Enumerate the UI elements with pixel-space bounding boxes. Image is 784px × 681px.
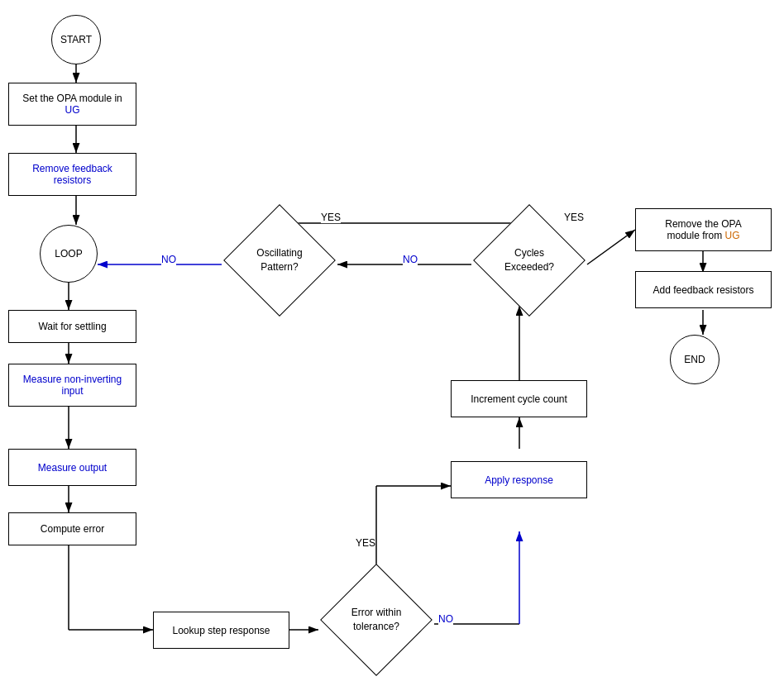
lookup-node: Lookup step response [153,612,289,649]
start-label: START [60,34,92,45]
lookup-label: Lookup step response [172,625,270,636]
set-opa-node: Set the OPA module in UG [8,83,136,126]
set-opa-label: Set the OPA module in UG [16,93,129,116]
remove-fb-label: Remove feedbackresistors [32,163,112,186]
no2-label: NO [403,254,418,265]
remove-opa-node: Remove the OPAmodule from UG [635,208,772,251]
error-tol-label: Error withintolerance? [351,607,402,632]
svg-line-18 [587,230,635,264]
yes1-label: YES [321,212,341,223]
add-fb-node: Add feedback resistors [635,271,772,308]
measure-out-node: Measure output [8,449,136,486]
wait-label: Wait for settling [38,321,106,332]
osc-label: OscillatingPattern? [256,247,302,273]
flowchart-canvas: START Set the OPA module in UG Remove fe… [0,0,784,681]
no1-label: NO [161,254,176,265]
end-label: END [684,354,705,365]
remove-opa-label: Remove the OPAmodule from UG [665,218,741,241]
osc-pattern-node: OscillatingPattern? [222,219,337,302]
yes2-label: YES [564,212,584,223]
wait-node: Wait for settling [8,310,136,343]
no3-label: NO [438,613,453,625]
increment-node: Increment cycle count [451,380,587,417]
yes3-label: YES [356,537,375,549]
measure-ni-node: Measure non-invertinginput [8,364,136,407]
compute-err-label: Compute error [41,523,104,535]
remove-fb-node: Remove feedbackresistors [8,153,136,196]
apply-resp-node: Apply response [451,461,587,498]
loop-label: LOOP [55,248,82,260]
cycles-label: CyclesExceeded? [504,247,554,273]
apply-resp-label: Apply response [485,474,553,486]
increment-label: Increment cycle count [471,393,567,405]
loop-node: LOOP [40,225,98,283]
cycles-exc-node: CyclesExceeded? [471,219,587,302]
add-fb-label: Add feedback resistors [653,284,753,296]
end-node: END [670,335,719,384]
measure-ni-label: Measure non-invertinginput [23,374,122,397]
error-tol-node: Error withintolerance? [318,579,434,661]
start-node: START [51,15,101,64]
measure-out-label: Measure output [38,462,107,474]
compute-err-node: Compute error [8,512,136,545]
